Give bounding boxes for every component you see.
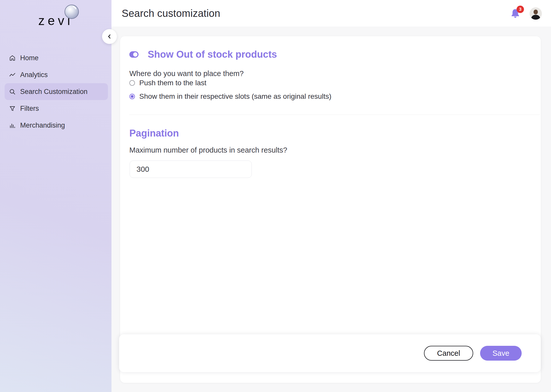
sidebar-item-label: Merchandising bbox=[20, 121, 65, 129]
pagination-heading: Pagination bbox=[129, 127, 179, 139]
sidebar-item-label: Home bbox=[20, 54, 39, 62]
radio-push-to-last[interactable]: Push them to the last bbox=[129, 79, 206, 87]
radio-respective-slots[interactable]: Show them in their respective slots (sam… bbox=[129, 92, 331, 101]
radio-circle-unselected bbox=[129, 80, 135, 86]
brand-logo: zevi bbox=[38, 13, 73, 28]
search-customization-card: Show Out of stock products Where do you … bbox=[120, 36, 541, 383]
sidebar-collapse-button[interactable] bbox=[102, 29, 117, 44]
bar-chart-icon bbox=[9, 122, 16, 129]
max-products-question: Maximum number of products in search res… bbox=[129, 145, 287, 155]
sidebar-item-analytics[interactable]: Analytics bbox=[5, 66, 108, 83]
sidebar-item-label: Analytics bbox=[20, 71, 48, 79]
section-divider bbox=[129, 115, 540, 115]
cancel-button[interactable]: Cancel bbox=[424, 346, 473, 361]
sidebar-item-filters[interactable]: Filters bbox=[5, 100, 108, 117]
user-avatar[interactable] bbox=[530, 7, 542, 20]
sidebar-item-merchandising[interactable]: Merchandising bbox=[5, 117, 108, 134]
out-of-stock-heading: Show Out of stock products bbox=[148, 49, 277, 60]
placement-question: Where do you want to place them? bbox=[129, 69, 244, 78]
sidebar-nav: Home Analytics Search Customization bbox=[5, 50, 108, 134]
home-icon bbox=[9, 55, 16, 62]
actions-footer: Cancel Save bbox=[119, 334, 541, 372]
bubble-sphere-icon bbox=[65, 5, 79, 19]
filter-icon bbox=[9, 105, 16, 112]
analytics-icon bbox=[9, 71, 16, 78]
radio-dot bbox=[131, 95, 133, 98]
avatar-photo-icon bbox=[530, 7, 542, 20]
sidebar-item-label: Filters bbox=[20, 105, 39, 113]
chevron-left-icon bbox=[107, 34, 112, 39]
out-of-stock-toggle-row: Show Out of stock products bbox=[129, 49, 277, 60]
search-icon bbox=[9, 88, 16, 95]
notification-bell[interactable]: 3 bbox=[511, 9, 520, 19]
top-bar: Search customization 3 bbox=[111, 0, 551, 27]
sidebar-item-label: Search Customization bbox=[20, 88, 87, 96]
page-title: Search customization bbox=[122, 8, 220, 19]
notification-badge: 3 bbox=[517, 6, 524, 13]
sidebar: zevi Home Analytics Search bbox=[0, 0, 111, 392]
app-root: Search customization 3 zevi bbox=[0, 0, 551, 392]
radio-circle-selected bbox=[129, 94, 135, 99]
radio-label: Show them in their respective slots (sam… bbox=[139, 92, 331, 101]
sidebar-item-home[interactable]: Home bbox=[5, 50, 108, 66]
toggle-knob bbox=[133, 52, 137, 57]
out-of-stock-toggle[interactable] bbox=[129, 51, 139, 58]
radio-label: Push them to the last bbox=[139, 79, 206, 87]
max-products-input[interactable] bbox=[130, 161, 252, 178]
sidebar-item-search-customization[interactable]: Search Customization bbox=[5, 83, 108, 100]
save-button[interactable]: Save bbox=[480, 346, 522, 361]
